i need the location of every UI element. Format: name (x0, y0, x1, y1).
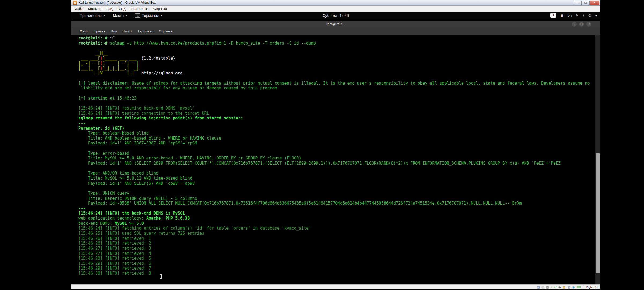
terminal-menubar-item[interactable]: Файл (77, 29, 91, 33)
tray-icons: ▦en✎♪⊙▾ (560, 13, 597, 17)
mouse-integration-icon[interactable]: ◉ (572, 285, 575, 289)
terminal-titlebar[interactable]: root@kali: ~ −□× (71, 21, 600, 27)
video-capture-icon[interactable]: ▧ (567, 285, 570, 289)
terminal-line: [15:46:24] [INFO] resuming back-end DBMS… (78, 106, 595, 111)
text-cursor-pointer (160, 274, 162, 279)
terminal-line: root@kali:~# sqlmap -u http://www.kvm.co… (78, 41, 595, 46)
terminal-line: Title: AND boolean-based blind - WHERE o… (78, 136, 595, 141)
host-key-label: Right Ctrl (586, 285, 598, 289)
window-controls: —▢✕ (573, 1, 599, 5)
panel-clock[interactable]: Суббота, 15:46 (323, 13, 349, 18)
terminal-line: liability and are not responsible for an… (78, 86, 595, 91)
terminal-line (78, 186, 595, 191)
window-title: Kali Linux (чистая) [Работает] - Oracle … (79, 1, 156, 5)
terminal-line: ___ (78, 46, 595, 51)
terminal-line: [15:46:26] [INFO] retrieved: 1 (78, 236, 595, 241)
vm-icon: ▣ (73, 1, 77, 5)
pencil-icon[interactable]: ✎ (576, 13, 579, 17)
kali-top-panel: Приложения▾Места▾>_Терминал▾ Суббота, 15… (71, 12, 600, 19)
maximize-button[interactable]: □ (579, 22, 584, 27)
terminal-line: --- (78, 206, 595, 211)
statusbar-separator (583, 285, 583, 289)
terminal-line: |_ -| . [(] | .'| . | (78, 61, 595, 66)
terminal-line: __H__ (78, 51, 595, 56)
optical-disc-icon[interactable]: ◎ (542, 285, 544, 289)
usb-icon[interactable]: ◆ (558, 285, 561, 289)
terminal-menubar-item[interactable]: Справка (156, 29, 175, 33)
panel-item-menu[interactable]: Места▾ (113, 13, 127, 18)
terminal-line: web application technology: Apache, PHP … (78, 216, 595, 221)
terminal-line (78, 146, 595, 151)
menubar-item[interactable]: Файл (72, 7, 86, 11)
menubar-item[interactable]: Устройства (128, 7, 151, 11)
virtualbox-titlebar[interactable]: ▣ Kali Linux (чистая) [Работает] - Oracl… (71, 0, 600, 6)
panel-item-menu[interactable]: Приложения▾ (80, 13, 105, 18)
network-icon[interactable]: ⇄ (554, 285, 557, 289)
terminal-menubar: ФайлПравкаВидПоискТерминалСправка (71, 27, 600, 35)
terminal-line: [15:46:24] [INFO] testing connection to … (78, 111, 595, 116)
panel-item-label: Места (113, 13, 124, 18)
menubar-item[interactable]: Машина (86, 7, 104, 11)
terminal-line: Title: MySQL >= 5.0.12 AND time-based bl… (78, 176, 595, 181)
terminal-line: [15:46:25] [INFO] used SQL query returns… (78, 231, 595, 236)
terminal-line: [15:46:29] [INFO] retrieved: 7 (78, 266, 595, 271)
terminal-line (78, 91, 595, 96)
terminal-line: root@kali:~# ^C (78, 36, 595, 41)
terminal-line: Type: boolean-based blind (78, 131, 595, 136)
scrollbar-thumb[interactable] (596, 153, 600, 273)
terminal-line: Title: MySQL >= 5.0 AND error-based - WH… (78, 156, 595, 161)
volume-icon[interactable]: ♪ (583, 13, 584, 17)
keyboard-layout-label[interactable]: en (568, 13, 572, 17)
keyboard-capture-icon[interactable]: ⌨ (576, 285, 581, 289)
terminal-line: back-end DBMS: MySQL >= 5.0 (78, 221, 595, 226)
terminal-menubar-item[interactable]: Терминал (135, 29, 156, 33)
terminal-line: Payload: id=1' AND (SELECT 2899 FROM(SEL… (78, 161, 595, 166)
terminal-line: [15:46:29] [INFO] retrieved: 6 (78, 261, 595, 266)
status-device-icons: ▤◎▥♪⇄◆▦▧◉⌨ (537, 285, 581, 289)
terminal-line: Title: Generic UNION query (NULL) - 5 co… (78, 196, 595, 201)
shared-folders-icon[interactable]: ▦ (563, 285, 565, 289)
apps-grid-icon[interactable]: ▦ (560, 13, 564, 17)
terminal-menubar-item[interactable]: Поиск (120, 29, 135, 33)
chevron-down-icon: ▾ (126, 14, 127, 17)
caret-down-icon[interactable]: ▾ (595, 13, 597, 17)
terminal-line: Payload: id=1' AND 3387=3387 AND 'rpSM'=… (78, 141, 595, 146)
terminal-icon: >_ (135, 13, 140, 18)
terminal-scrollbar[interactable] (595, 35, 600, 284)
terminal-title: root@kali: ~ (71, 21, 600, 27)
panel-item-terminal[interactable]: >_Терминал▾ (135, 13, 162, 18)
terminal-line: |_|V |_| http://sqlmap.org (78, 71, 595, 76)
display-icon[interactable]: ▤ (537, 285, 540, 289)
hard-disk-icon[interactable]: ▥ (546, 285, 549, 289)
terminal-line: [15:46:24] [INFO] the back-end DBMS is M… (78, 211, 595, 216)
terminal-line: [!] legal disclaimer: Usage of sqlmap fo… (78, 81, 595, 86)
terminal-window-controls: −□× (572, 22, 591, 27)
terminal-line: Type: AND/OR time-based blind (78, 171, 595, 176)
minimize-button[interactable]: − (572, 22, 577, 27)
terminal-line: [15:46:28] [INFO] retrieved: 5 (78, 256, 595, 261)
terminal-line (78, 76, 595, 81)
panel-item-label: Терминал (142, 13, 159, 18)
menubar-item[interactable]: Справка (151, 7, 170, 11)
terminal-menubar-item[interactable]: Правка (91, 29, 108, 33)
close-button[interactable]: × (586, 22, 591, 27)
virtualbox-statusbar: ▤◎▥♪⇄◆▦▧◉⌨ Right Ctrl (71, 284, 600, 289)
audio-icon[interactable]: ♪ (551, 285, 552, 289)
terminal-line: [*] starting at 15:46:23 (78, 96, 595, 101)
guest-display: Приложения▾Места▾>_Терминал▾ Суббота, 15… (71, 12, 600, 284)
workspace-indicator[interactable]: 1 (550, 13, 556, 18)
chevron-down-icon: ▾ (161, 14, 162, 17)
minimize-button[interactable]: — (573, 1, 581, 5)
terminal-line (78, 166, 595, 171)
panel-left-items: Приложения▾Места▾>_Терминал▾ (71, 13, 162, 18)
menubar-item[interactable]: Ввод (115, 7, 128, 11)
terminal-line: Type: error-based (78, 151, 595, 156)
terminal-line: Type: UNION query (78, 191, 595, 196)
menubar-item[interactable]: Вид (104, 7, 115, 11)
close-button[interactable]: ✕ (590, 1, 599, 5)
terminal-line: sqlmap resumed the following injection p… (78, 116, 595, 121)
terminal-output[interactable]: root@kali:~# ^Croot@kali:~# sqlmap -u ht… (71, 35, 595, 284)
terminal-menubar-item[interactable]: Вид (108, 29, 120, 33)
maximize-button[interactable]: ▢ (581, 1, 590, 5)
power-icon[interactable]: ⊙ (588, 13, 591, 17)
